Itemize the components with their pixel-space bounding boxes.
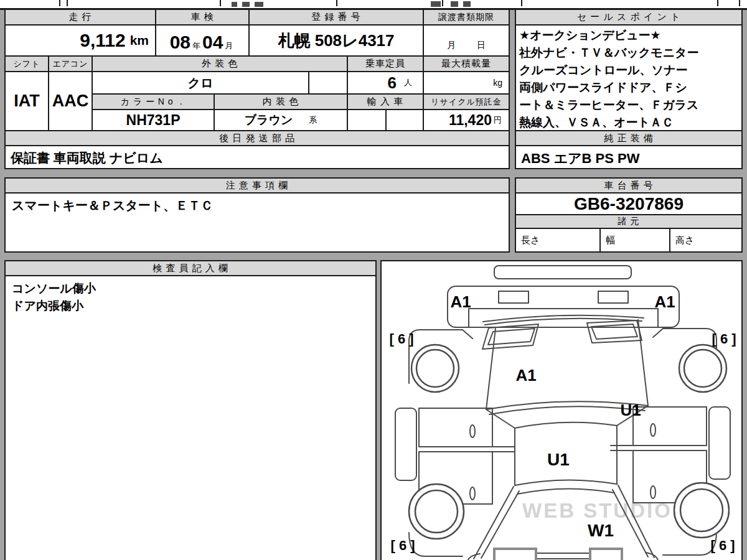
capacity-header: 乗車定員 [347, 55, 424, 72]
inspection-month-unit: 月 [225, 40, 233, 52]
sales-line: クルーズコントロール、ソナー [519, 62, 738, 79]
spec-width-cell: 幅 [599, 228, 670, 253]
sales-line: ート＆ミラーヒーター、Ｆガラス [519, 96, 738, 114]
genuine-equipment-value: ABS エアB PS PW [515, 145, 743, 169]
later-parts-header: 後 日 発 送 部 品 [4, 130, 510, 146]
color-no-value: NH731P [92, 109, 215, 131]
inspection-year: 08 [170, 32, 190, 53]
exterior-color-value: クロ [92, 71, 309, 95]
inspection-header: 車 検 [155, 9, 250, 26]
shift-value: IAT [4, 71, 49, 131]
exterior-color-header: 外 装 色 [92, 55, 348, 72]
import-header: 輸 入 車 [347, 93, 424, 110]
mileage-unit: km [130, 33, 149, 48]
damage-u1-roof: U1 [547, 450, 570, 469]
interior-color-header: 内 装 色 [214, 93, 348, 110]
later-parts-value: 保証書 車両取説 ナビロム [4, 145, 510, 169]
car-diagram-box: WEB STUDIO.PRO [380, 260, 743, 560]
damage-a1-front-left: A1 [450, 292, 471, 311]
spec-height-cell: 高さ [669, 228, 743, 253]
interior-color-value: ブラウン 系 [214, 109, 348, 131]
damage-w1-rear: W1 [588, 521, 614, 540]
tire-depth-front-left: [ 6 ] [389, 331, 413, 347]
inspection-year-unit: 年 [192, 40, 200, 52]
notes-value: スマートキー＆Ｐスタート、ＥＴＣ [4, 192, 510, 253]
interior-color-name: ブラウン [245, 112, 293, 128]
capacity-unit: 人 [404, 77, 412, 88]
inspector-header: 検 査 員 記 入 欄 [4, 260, 377, 276]
inspector-line: ドア内張傷小 [12, 297, 369, 315]
max-load-header: 最大積載量 [423, 55, 510, 72]
auction-sheet: 走 行 車 検 登 録 番 号 譲渡書類期限 9,112 km 08 年 04 … [0, 0, 747, 560]
interior-color-suffix: 系 [309, 114, 317, 126]
transfer-deadline-value: 月 日 [423, 24, 510, 57]
inspector-body: コンソール傷小 ドア内張傷小 [4, 275, 377, 560]
sales-line: 社外ナビ・ＴＶ＆バックモニター [519, 44, 738, 62]
sales-line: ★オークションデビュー★ [519, 27, 738, 44]
chassis-number-header: 車 台 番 号 [515, 177, 743, 194]
sales-point-header: セ ー ル ス ポ イ ン ト [515, 9, 743, 26]
mileage-header: 走 行 [4, 9, 156, 26]
mileage-number: 9,112 [80, 30, 125, 51]
specs-header: 諸 元 [515, 214, 743, 229]
shift-header: シフト [4, 55, 49, 72]
sales-line: 熱線入、ＶＳＡ、オートＡＣ [519, 114, 738, 131]
transfer-month: 月 [447, 40, 456, 51]
transfer-day: 日 [477, 40, 486, 51]
genuine-equipment-header: 純 正 装 備 [515, 130, 743, 146]
registration-header: 登 録 番 号 [248, 9, 424, 26]
transfer-deadline-header: 譲渡書類期限 [423, 9, 510, 26]
recycle-unit: 円 [494, 114, 502, 126]
registration-value: 札幌 508レ4317 [248, 24, 424, 57]
import-value-right [385, 109, 424, 131]
tire-depth-rear-right: [ 6 ] [710, 538, 735, 553]
capacity-number: 6 [388, 73, 397, 93]
inspector-line: コンソール傷小 [12, 280, 369, 297]
damage-a1-hood: A1 [515, 366, 536, 385]
recycle-number: 11,420 [449, 112, 492, 129]
mileage-value: 9,112 km [4, 24, 156, 57]
exterior-color-extra-cell [308, 71, 348, 95]
aircon-value: AAC [48, 71, 93, 131]
recycle-value: 11,420 円 [423, 109, 510, 131]
max-load-value: kg [423, 71, 510, 95]
aircon-header: エアコン [48, 55, 93, 72]
chassis-number-value: GB6-3207869 [515, 192, 743, 215]
color-no-header: カ ラ ー N o ． [92, 93, 215, 110]
notes-header: 注 意 事 項 欄 [4, 177, 510, 194]
import-value-left [347, 109, 387, 131]
tire-depth-rear-left: [ 6 ] [390, 538, 415, 553]
damage-a1-front-right: A1 [654, 292, 675, 311]
spec-length-cell: 長さ [515, 228, 601, 253]
car-diagram: WEB STUDIO.PRO [382, 261, 741, 560]
inspection-value: 08 年 04 月 [155, 24, 250, 57]
capacity-value: 6 人 [347, 71, 424, 95]
sales-point-body: ★オークションデビュー★ 社外ナビ・ＴＶ＆バックモニター クルーズコントロール、… [515, 24, 743, 131]
tire-depth-front-right: [ 6 ] [712, 331, 736, 347]
damage-u1-pillar: U1 [620, 401, 641, 419]
inspection-month: 04 [202, 32, 223, 53]
recycle-header: リサイクル預託金 [423, 93, 510, 110]
sales-line: 両側パワースライドドア、Ｆシ [519, 79, 738, 96]
